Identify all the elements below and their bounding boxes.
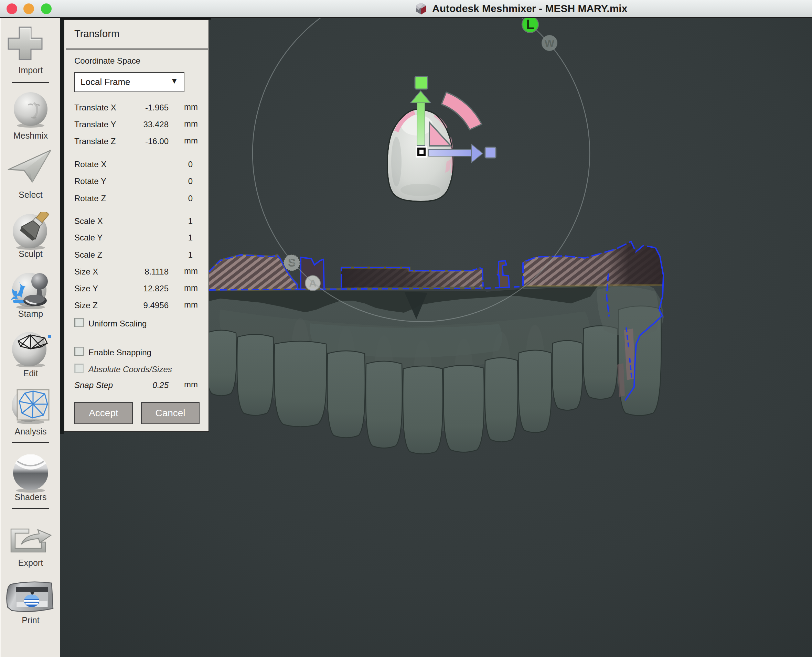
svg-text:W: W: [545, 37, 555, 49]
svg-text:L: L: [526, 17, 534, 32]
svg-text:A: A: [309, 277, 316, 289]
